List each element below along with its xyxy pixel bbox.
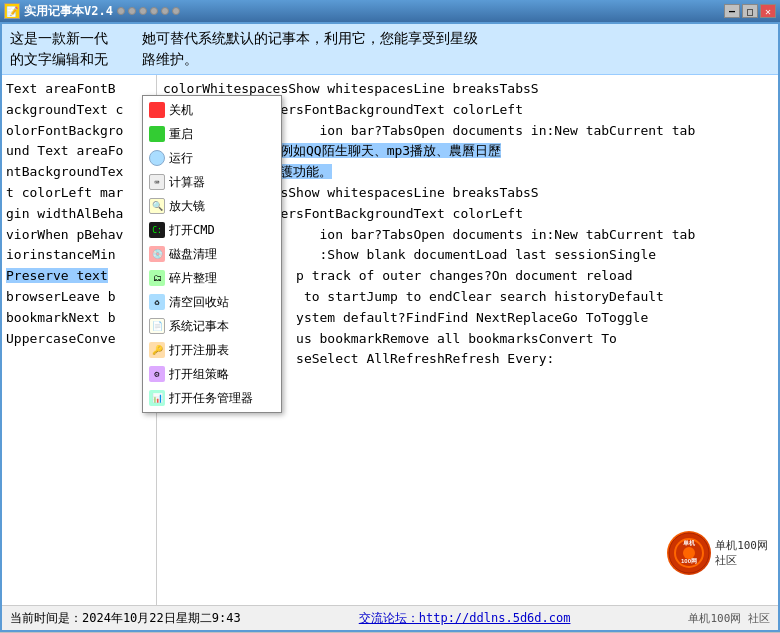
status-forum[interactable]: 交流论坛：http://ddlns.5d6d.com [359, 610, 571, 627]
status-site: 单机100网 社区 [688, 611, 770, 626]
defrag-icon: 🗂 [149, 270, 165, 286]
right-line1: colorWhitespacesShow whitespacesLine bre… [163, 81, 539, 96]
watermark-circle: 单机 100网 [667, 531, 711, 575]
main-window: 这是一款新一代 她可替代系统默认的记事本，利用它，您能享受到星级 的文字编辑和无… [0, 22, 780, 632]
menu-item-defrag[interactable]: 🗂 碎片整理 [143, 266, 281, 290]
dot-3 [139, 7, 147, 15]
title-bar: 📝 实用记事本V2.4 — □ ✕ [0, 0, 780, 22]
app-icon: 📝 [4, 3, 20, 19]
dot-4 [150, 7, 158, 15]
menu-label-regedit: 打开注册表 [169, 342, 229, 359]
watermark-line1: 单机100网 [715, 538, 768, 553]
gpedit-icon: ⚙ [149, 366, 165, 382]
menu-item-taskmgr[interactable]: 📊 打开任务管理器 [143, 386, 281, 410]
status-bar: 当前时间是：2024年10月22日星期二9:43 交流论坛：http://ddl… [2, 605, 778, 630]
menu-label-cmd: 打开CMD [169, 222, 215, 239]
window-controls: — □ ✕ [724, 4, 776, 18]
menu-label-calc: 计算器 [169, 174, 205, 191]
top-banner: 这是一款新一代 她可替代系统默认的记事本，利用它，您能享受到星级 的文字编辑和无… [2, 24, 778, 75]
banner-line2: 的文字编辑和无 路维护。 [10, 49, 770, 70]
cmd-icon: C: [149, 222, 165, 238]
left-text-highlight: Preserve text [6, 268, 108, 283]
title-text: 实用记事本V2.4 [24, 3, 113, 20]
content-area: Text areaFontB ackgroundText c olorFontB… [2, 75, 778, 605]
menu-label-taskmgr: 打开任务管理器 [169, 390, 253, 407]
banner-line1: 这是一款新一代 她可替代系统默认的记事本，利用它，您能享受到星级 [10, 28, 770, 49]
menu-item-gpedit[interactable]: ⚙ 打开组策略 [143, 362, 281, 386]
menu-label-defrag: 碎片整理 [169, 270, 217, 287]
menu-label-notepad: 系统记事本 [169, 318, 229, 335]
context-menu: 关机 重启 运行 ⌨ 计算器 🔍 放大镜 C: 打开CMD [142, 95, 282, 413]
menu-label-magnify: 放大镜 [169, 198, 205, 215]
status-right: 单机100网 社区 [688, 611, 770, 626]
maximize-button[interactable]: □ [742, 4, 758, 18]
dot-6 [172, 7, 180, 15]
watermark-line2: 社区 [715, 553, 768, 568]
run-icon [149, 150, 165, 166]
menu-item-restart[interactable]: 重启 [143, 122, 281, 146]
menu-label-diskclean: 磁盘清理 [169, 246, 217, 263]
notepad-icon: 📄 [149, 318, 165, 334]
magnify-icon: 🔍 [149, 198, 165, 214]
watermark: 单机 100网 单机100网 社区 [667, 531, 768, 575]
svg-text:单机: 单机 [683, 539, 696, 546]
menu-item-calc[interactable]: ⌨ 计算器 [143, 170, 281, 194]
left-text-normal: Text areaFontB ackgroundText c olorFontB… [6, 81, 123, 262]
left-panel-text: Text areaFontB ackgroundText c olorFontB… [6, 79, 152, 349]
menu-label-recycle: 清空回收站 [169, 294, 229, 311]
recycle-icon: ♻ [149, 294, 165, 310]
menu-item-recycle[interactable]: ♻ 清空回收站 [143, 290, 281, 314]
status-time: 当前时间是：2024年10月22日星期二9:43 [10, 610, 241, 627]
menu-item-notepad[interactable]: 📄 系统记事本 [143, 314, 281, 338]
diskclean-icon: 💿 [149, 246, 165, 262]
menu-item-magnify[interactable]: 🔍 放大镜 [143, 194, 281, 218]
menu-item-run[interactable]: 运行 [143, 146, 281, 170]
left-panel: Text areaFontB ackgroundText c olorFontB… [2, 75, 157, 605]
menu-label-gpedit: 打开组策略 [169, 366, 229, 383]
taskmgr-icon: 📊 [149, 390, 165, 406]
dot-1 [117, 7, 125, 15]
left-text-normal2: browserLeave b bookmarkNext b UppercaseC… [6, 289, 116, 346]
regedit-icon: 🔑 [149, 342, 165, 358]
calc-icon: ⌨ [149, 174, 165, 190]
title-dots [117, 7, 180, 15]
shutdown-icon [149, 102, 165, 118]
menu-label-shutdown: 关机 [169, 102, 193, 119]
menu-item-regedit[interactable]: 🔑 打开注册表 [143, 338, 281, 362]
watermark-label: 单机100网 社区 [715, 538, 768, 569]
minimize-button[interactable]: — [724, 4, 740, 18]
restart-icon [149, 126, 165, 142]
dot-5 [161, 7, 169, 15]
dot-2 [128, 7, 136, 15]
menu-label-run: 运行 [169, 150, 193, 167]
menu-item-cmd[interactable]: C: 打开CMD [143, 218, 281, 242]
close-button[interactable]: ✕ [760, 4, 776, 18]
menu-label-restart: 重启 [169, 126, 193, 143]
menu-item-shutdown[interactable]: 关机 [143, 98, 281, 122]
menu-item-diskclean[interactable]: 💿 磁盘清理 [143, 242, 281, 266]
svg-text:100网: 100网 [681, 558, 697, 564]
